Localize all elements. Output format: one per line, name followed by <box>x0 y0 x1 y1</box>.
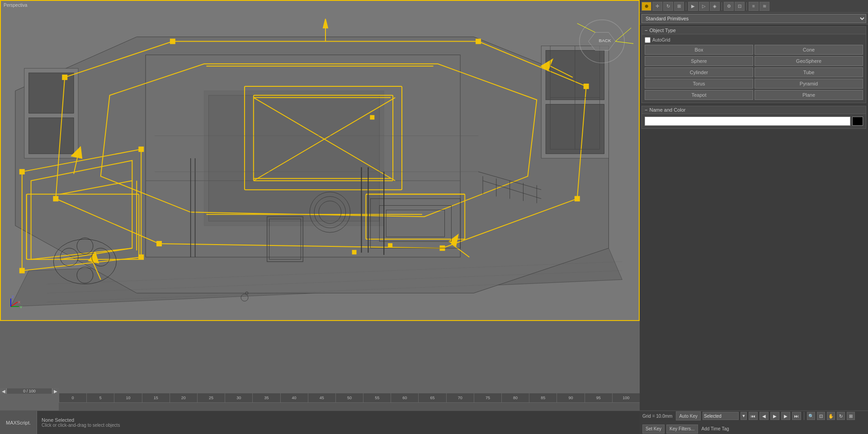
extra-icon-1[interactable]: ≡ <box>749 2 759 11</box>
pan-icon[interactable]: ✋ <box>827 412 835 420</box>
axscript-button[interactable]: MAXScript. <box>0 411 37 434</box>
toolbar-sep-1 <box>686 2 686 10</box>
tick-60: 60 <box>391 393 418 402</box>
primitives-select[interactable]: Standard Primitives Extended Primitives … <box>642 14 866 23</box>
autogrid-row: AutoGrid <box>645 37 863 43</box>
svg-rect-28 <box>53 197 58 201</box>
toolbar-sep-2 <box>722 2 722 10</box>
tick-65: 65 <box>418 393 446 402</box>
selected-input[interactable] <box>703 412 739 420</box>
arc-rotate-icon[interactable]: ↻ <box>837 412 845 420</box>
key-filters-button[interactable]: Key Filters... <box>666 425 698 434</box>
collapse-name-color-icon: − <box>645 107 647 113</box>
geosphere-button[interactable]: GeoSphere <box>755 56 863 66</box>
tick-0: 0 <box>59 393 86 402</box>
extra-icon-2[interactable]: ≋ <box>760 2 769 11</box>
top-icon-toolbar: ⊕ ✛ ↻ ⊞ ▶ ▷ ◈ ⚙ ⊡ ≡ ≋ <box>640 0 868 13</box>
plane-button[interactable]: Plane <box>755 90 863 100</box>
pyramid-button[interactable]: Pyramid <box>755 79 863 89</box>
status-none-selected: None Selected <box>42 417 744 423</box>
svg-rect-29 <box>62 75 67 80</box>
select-icon-btn[interactable]: ⊕ <box>642 2 651 11</box>
svg-text:X: X <box>18 300 21 304</box>
maximize-icon[interactable]: ⊞ <box>847 412 855 420</box>
tick-25: 25 <box>197 393 225 402</box>
play-btn[interactable]: ▶ <box>770 412 779 420</box>
next-frame-btn[interactable]: ▶ <box>781 412 790 420</box>
object-type-label: Object Type <box>649 28 676 33</box>
tick-100: 100 <box>612 393 640 402</box>
sphere-button[interactable]: Sphere <box>645 56 753 66</box>
svg-rect-50 <box>20 170 24 174</box>
svg-rect-5 <box>29 118 74 154</box>
color-swatch[interactable] <box>852 117 863 126</box>
object-type-section: − Object Type AutoGrid Box Cone Sphere G… <box>642 26 866 103</box>
timeline-ruler: 0 5 10 15 20 25 30 35 40 45 50 55 60 65 … <box>59 393 640 402</box>
primitives-buttons-grid: Box Cone Sphere GeoSphere Cylinder Tube … <box>645 45 863 100</box>
panel-content: − Object Type AutoGrid Box Cone Sphere G… <box>640 24 868 434</box>
torus-button[interactable]: Torus <box>645 79 753 89</box>
svg-rect-11 <box>208 95 379 221</box>
set-key-button[interactable]: Set Key <box>642 425 665 434</box>
scroll-right-btn[interactable]: ▶ <box>52 388 58 394</box>
right-panel: ⊕ ✛ ↻ ⊞ ▶ ▷ ◈ ⚙ ⊡ ≡ ≋ Standard Primitive… <box>640 0 868 434</box>
object-name-input[interactable] <box>645 117 850 126</box>
svg-rect-23 <box>476 39 481 44</box>
svg-rect-24 <box>584 84 589 89</box>
viewport-label: Perspectiva <box>4 3 27 8</box>
svg-rect-51 <box>139 147 143 151</box>
play-next-btn[interactable]: ⏭ <box>792 412 801 420</box>
tick-10: 10 <box>114 393 142 402</box>
name-color-label: Name and Color <box>649 107 685 113</box>
name-color-header[interactable]: − Name and Color <box>642 106 866 114</box>
cone-button[interactable]: Cone <box>755 45 863 55</box>
display-icon-btn[interactable]: ⊡ <box>735 2 745 11</box>
svg-rect-25 <box>575 197 580 201</box>
autogrid-checkbox[interactable] <box>645 37 651 43</box>
tick-50: 50 <box>335 393 363 402</box>
svg-rect-57 <box>370 116 374 119</box>
add-time-tag-display: Add Time Tag <box>702 426 729 431</box>
animation-track[interactable] <box>59 402 640 410</box>
main-viewport[interactable]: Perspectiva <box>0 0 640 321</box>
selected-dropdown-icon[interactable]: ▼ <box>741 412 747 420</box>
tick-40: 40 <box>280 393 308 402</box>
material-icon-btn[interactable]: ◈ <box>710 2 720 11</box>
box-button[interactable]: Box <box>645 45 753 55</box>
settings-icon-btn[interactable]: ⚙ <box>724 2 734 11</box>
auto-key-label: Auto Key <box>679 414 698 419</box>
prev-frame-btn[interactable]: ◀ <box>760 412 769 420</box>
grid-info-display: Grid = 10.0mm <box>642 414 672 419</box>
svg-rect-22 <box>170 39 175 44</box>
scrollbar-area: ◀ 0 / 100 ▶ <box>0 388 59 394</box>
scroll-position-label: 0 / 100 <box>7 389 52 393</box>
tick-35: 35 <box>252 393 280 402</box>
render-setup-icon-btn[interactable]: ▷ <box>699 2 709 11</box>
zoom-in-icon[interactable]: 🔍 <box>807 412 815 420</box>
tick-30: 30 <box>225 393 252 402</box>
name-color-body <box>642 114 866 128</box>
tick-5: 5 <box>86 393 114 402</box>
zoom-out-icon[interactable]: ⊡ <box>817 412 825 420</box>
render-icon-btn[interactable]: ▶ <box>688 2 698 11</box>
svg-rect-52 <box>139 255 143 259</box>
move-icon-btn[interactable]: ✛ <box>652 2 662 11</box>
scroll-left-btn[interactable]: ◀ <box>0 388 7 394</box>
set-key-label: Set Key <box>646 426 661 431</box>
tick-15: 15 <box>142 393 170 402</box>
auto-key-button[interactable]: Auto Key <box>676 411 701 420</box>
teapot-button[interactable]: Teapot <box>645 90 753 100</box>
tube-button[interactable]: Tube <box>755 67 863 77</box>
object-type-header[interactable]: − Object Type <box>642 27 866 34</box>
app-window: Perspectiva <box>0 0 868 434</box>
autogrid-label: AutoGrid <box>652 38 670 42</box>
grid-label: Grid = 10.0mm <box>642 414 672 419</box>
scale-icon-btn[interactable]: ⊞ <box>674 2 684 11</box>
add-time-tag-label: Add Time Tag <box>702 426 729 431</box>
cylinder-button[interactable]: Cylinder <box>645 67 753 77</box>
play-prev-btn[interactable]: ⏮ <box>749 412 758 420</box>
rotate-icon-btn[interactable]: ↻ <box>663 2 673 11</box>
tick-75: 75 <box>474 393 501 402</box>
primitives-dropdown-row: Standard Primitives Extended Primitives … <box>640 13 868 24</box>
tick-80: 80 <box>501 393 529 402</box>
